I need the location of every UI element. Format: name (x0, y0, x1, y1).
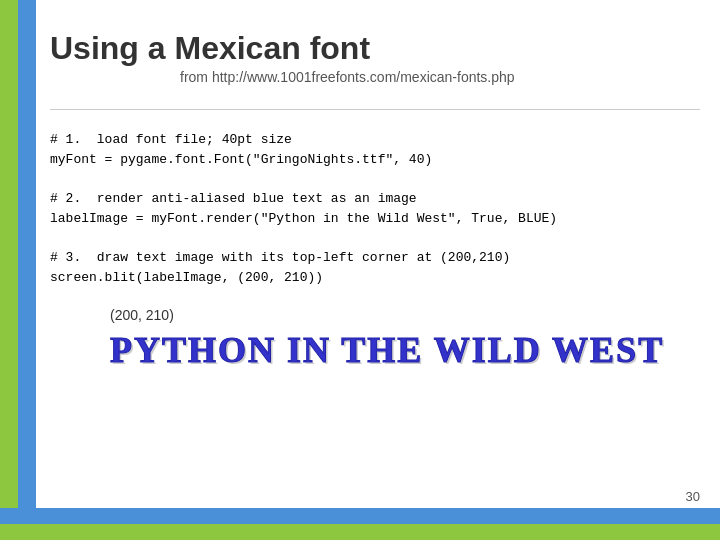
code-1: myFont = pygame.font.Font("GringoNights.… (50, 150, 700, 170)
code-2: labelImage = myFont.render("Python in th… (50, 209, 700, 229)
code-section-1: # 1. load font file; 40pt size myFont = … (50, 130, 700, 169)
code-section-3: # 3. draw text image with its top-left c… (50, 248, 700, 287)
demo-section: (200, 210) PYTHON IN THE WILD WEST (110, 307, 700, 371)
page-number: 30 (686, 489, 700, 504)
bottom-bar-green (0, 524, 720, 540)
page-subtitle: from http://www.1001freefonts.com/mexica… (180, 69, 700, 85)
left-bar-blue (18, 0, 36, 540)
demo-coords: (200, 210) (110, 307, 700, 323)
code-3: screen.blit(labelImage, (200, 210)) (50, 268, 700, 288)
page-title: Using a Mexican font (50, 30, 700, 67)
main-content: Using a Mexican font from http://www.100… (50, 30, 700, 490)
divider (50, 109, 700, 110)
comment-3: # 3. draw text image with its top-left c… (50, 248, 700, 268)
left-bar-green (0, 0, 18, 540)
demo-text: PYTHON IN THE WILD WEST (110, 329, 700, 371)
bottom-bar-blue (0, 508, 720, 524)
code-section-2: # 2. render anti-aliased blue text as an… (50, 189, 700, 228)
comment-2: # 2. render anti-aliased blue text as an… (50, 189, 700, 209)
comment-1: # 1. load font file; 40pt size (50, 130, 700, 150)
